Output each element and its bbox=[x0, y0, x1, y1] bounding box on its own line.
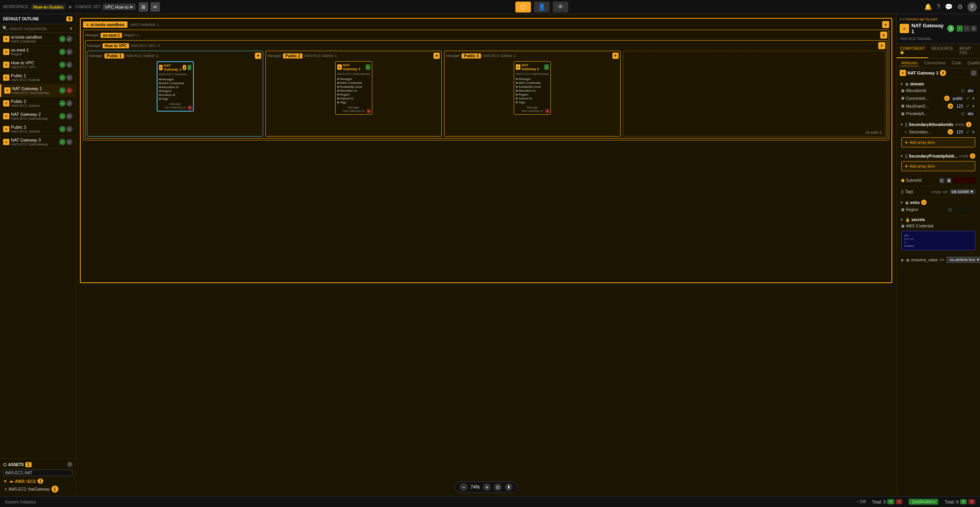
notification-icon[interactable]: 🔔 bbox=[924, 3, 932, 11]
conn-info-btn[interactable]: i bbox=[944, 96, 950, 101]
secrets-header[interactable]: ▼ 🔒 secrets bbox=[898, 217, 978, 223]
sandbox-add-button[interactable]: + bbox=[882, 21, 889, 28]
assets-search-input[interactable] bbox=[3, 470, 73, 476]
drain-expand[interactable]: ▼ bbox=[971, 104, 975, 108]
item-check-button[interactable]: ✓ bbox=[66, 126, 73, 132]
comp-3d-button[interactable]: ⬡ bbox=[971, 70, 977, 76]
sidebar-item-how-to-vpc[interactable]: ≡ How to VPC AWS-EC2::VPC + ✓ bbox=[0, 58, 76, 71]
sec-alloc-sub-info[interactable]: i bbox=[948, 129, 953, 135]
item-check-button[interactable]: ✓ bbox=[66, 74, 73, 81]
zoom-fit-button[interactable]: ⊙ bbox=[494, 483, 502, 491]
item-check-button[interactable]: ✓ bbox=[66, 100, 73, 106]
aws-group-header[interactable]: ▼ ☁ AWS::EC2 1 bbox=[3, 478, 73, 484]
subtab-qualifications[interactable]: Qualificati... bbox=[966, 60, 980, 66]
pip-toggle[interactable] bbox=[961, 112, 964, 115]
edit-button[interactable]: ✏ bbox=[150, 2, 160, 12]
center-canvas[interactable]: ≡ si-tools-sandbox AWS Credential: 1 + M… bbox=[76, 14, 896, 496]
subtab-attributes[interactable]: Attributes bbox=[900, 60, 919, 66]
nat-1-add[interactable]: + bbox=[188, 65, 191, 70]
component-add-button[interactable]: + bbox=[957, 25, 963, 32]
chat-icon[interactable]: 💬 bbox=[945, 3, 953, 11]
item-check-button[interactable]: ✓ bbox=[66, 113, 73, 119]
sec-alloc-expand[interactable]: ▼ bbox=[971, 130, 975, 134]
sidebar-item-public-3[interactable]: ≡ Public 3 AWS-EC2::Subnet + ✓ bbox=[0, 123, 76, 136]
nat-gateway-2-card[interactable]: ≡ NAT Gateway 2 + AWS-EC2::NatGateway Ma… bbox=[335, 61, 372, 115]
qualifications-button[interactable]: Qualifications bbox=[909, 499, 938, 505]
vpc-add-button[interactable]: + bbox=[878, 42, 885, 49]
add-item-button[interactable]: + bbox=[59, 113, 65, 119]
sidebar-item-public-2[interactable]: ≡ Public 2 AWS-EC2::Subnet + ✓ bbox=[0, 97, 76, 110]
nat-3-add[interactable]: + bbox=[544, 64, 549, 70]
resource-func-select[interactable]: via attribute func ▼ bbox=[946, 257, 980, 263]
subnet-id-delete[interactable]: 🗑 bbox=[946, 178, 952, 183]
sidebar-item-nat-gateway-3[interactable]: ≡ NAT Gateway 3 AWS-EC2::NatGateway + ✓ bbox=[0, 136, 76, 149]
sidebar-item-us-east-1[interactable]: ≡ us-east-1 Region + ✓ bbox=[0, 46, 76, 58]
add-item-button[interactable]: + bbox=[59, 87, 65, 94]
sec-alloc-info-btn[interactable]: i bbox=[966, 122, 971, 127]
resource-expand[interactable]: ▶ bbox=[901, 258, 904, 262]
item-check-button[interactable]: ✓ bbox=[66, 49, 73, 55]
domain-section-header[interactable]: ▼ ▣ domain bbox=[898, 81, 978, 87]
zoom-in-button[interactable]: + bbox=[483, 483, 491, 491]
conn-expand[interactable]: ▼ bbox=[971, 96, 975, 101]
grid-view-button[interactable]: ⊞ bbox=[139, 2, 148, 12]
sidebar-item-nat-gateway-1[interactable]: ≡ NAT Gateway 1 AWS-EC2::NatGateway + ✕ bbox=[0, 84, 76, 97]
workspace-name[interactable]: How-to Guides bbox=[31, 4, 66, 10]
tab-mgmt[interactable]: MGMT FNS ⋯ bbox=[957, 44, 980, 58]
zoom-download-button[interactable]: ⬇ bbox=[505, 483, 513, 491]
component-more-button[interactable]: ⋯ bbox=[964, 25, 970, 32]
sec-pip-header[interactable]: ▼ [] SecondaryPrivateIpAddr... empty i bbox=[898, 152, 978, 160]
help-icon[interactable]: ? bbox=[937, 4, 940, 11]
tab-more-icon[interactable]: ⋯ bbox=[968, 51, 972, 55]
region-add-button[interactable]: + bbox=[880, 32, 887, 39]
zoom-out-button[interactable]: − bbox=[460, 483, 467, 491]
filter-icon[interactable]: ▼ bbox=[69, 26, 73, 31]
tab-component[interactable]: COMPONENT bbox=[897, 44, 928, 58]
item-check-button[interactable]: ✓ bbox=[66, 139, 73, 145]
alloc-toggle[interactable] bbox=[961, 89, 964, 92]
subnet-1-add-button[interactable]: + bbox=[255, 53, 261, 59]
item-menu-button[interactable]: ✓ bbox=[66, 36, 73, 42]
secondary-allocation-section: ▼ [] SecondaryAllocationIds empty i ↳ Se… bbox=[898, 119, 978, 151]
add-item-button[interactable]: + bbox=[59, 74, 65, 81]
add-item-button[interactable]: + bbox=[59, 49, 65, 55]
nat-gateway-1-card[interactable]: ≡ NAT Gateway 1 2 + AWS-EC2::NatGate... … bbox=[157, 61, 194, 112]
diagram-button[interactable]: ⬡ bbox=[515, 2, 531, 12]
subtab-connections[interactable]: Connections bbox=[922, 60, 947, 66]
subnet-2-add-button[interactable]: + bbox=[433, 53, 440, 59]
tab-resource[interactable]: RESOURCE bbox=[928, 44, 957, 58]
subnet-3-add-button[interactable]: + bbox=[612, 53, 619, 59]
sec-pip-info-btn[interactable]: i bbox=[970, 153, 975, 159]
item-check-button[interactable]: ✓ bbox=[66, 62, 73, 68]
add-array-item-button-1[interactable]: + Add array item bbox=[901, 137, 975, 147]
sidebar-item-nat-gateway-2[interactable]: ≡ NAT Gateway 2 AWS-EC2::NatGateway + ✓ bbox=[0, 110, 76, 123]
extra-header[interactable]: ▼ ▣ extra i bbox=[898, 199, 978, 206]
settings-icon[interactable]: ⚙ bbox=[957, 3, 963, 11]
secondary-alloc-header[interactable]: ▼ [] SecondaryAllocationIds empty i bbox=[898, 121, 978, 128]
add-array-item-button-2[interactable]: + Add array item bbox=[901, 161, 975, 171]
nat-2-add[interactable]: + bbox=[366, 64, 370, 70]
user-button[interactable]: 👤 bbox=[534, 2, 550, 12]
subtab-code[interactable]: Code bbox=[950, 60, 963, 66]
assets-help-button[interactable]: ? bbox=[67, 462, 73, 467]
add-item-button[interactable]: + bbox=[59, 36, 65, 42]
asset-list-item[interactable]: ≡ AWS-EC2::NatGateway 1 bbox=[3, 484, 73, 494]
extra-info-btn[interactable]: i bbox=[921, 200, 927, 205]
subnet-id-toggle[interactable]: ⊡ bbox=[939, 178, 945, 183]
search-input[interactable] bbox=[9, 26, 67, 31]
add-item-button[interactable]: + bbox=[59, 62, 65, 68]
eye-button[interactable]: 👁 bbox=[553, 2, 568, 12]
item-error-button[interactable]: ✕ bbox=[66, 87, 73, 94]
component-cube-button[interactable]: ⬡ bbox=[971, 25, 977, 32]
add-item-button[interactable]: + bbox=[59, 139, 65, 145]
sec-alloc-sub-row: ↳ Secondary... i 123 ✓ ▼ bbox=[898, 128, 978, 136]
add-item-button[interactable]: + bbox=[59, 126, 65, 132]
region-toggle[interactable] bbox=[948, 208, 952, 211]
profile-icon[interactable]: P bbox=[968, 2, 977, 12]
nat-gateway-3-card[interactable]: ≡ NAT Gateway 3 + AWS-EC2::NatGateway Ma… bbox=[514, 61, 551, 115]
sidebar-item-si-tools-sandbox[interactable]: ≡ si-tools-sandbox AWS Credential + ✓ bbox=[0, 33, 76, 46]
tags-value[interactable]: via socket ▼ bbox=[950, 189, 975, 194]
changeset-name[interactable]: VPC How-to ▶ bbox=[103, 4, 136, 10]
sidebar-item-public-1[interactable]: ≡ Public 1 AWS-EC2::Subnet + ✓ bbox=[0, 71, 76, 84]
add-item-button[interactable]: + bbox=[59, 100, 65, 106]
